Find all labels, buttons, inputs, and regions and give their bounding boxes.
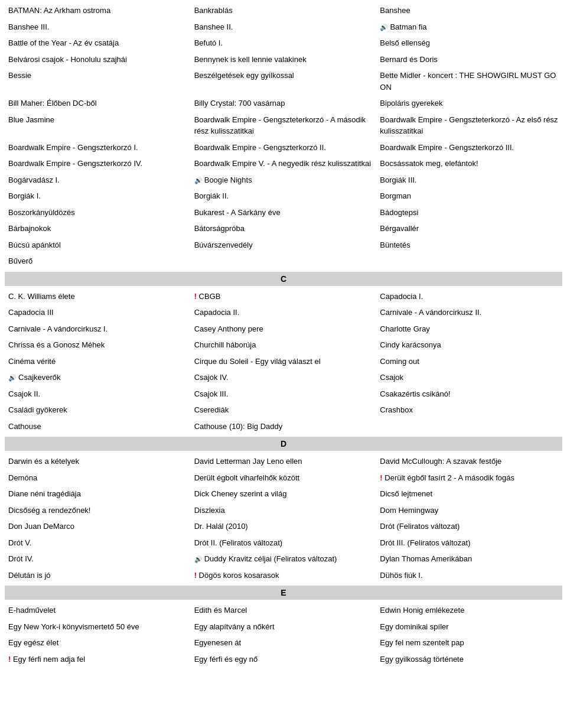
list-item: Belvárosi csajok - Honolulu szajhái bbox=[5, 51, 191, 68]
table-row: Bogárvadász I.🔊 Boogie NightsBorgiák III… bbox=[5, 172, 562, 188]
warning-icon: ! bbox=[194, 571, 199, 580]
list-item: Délután is jó bbox=[5, 567, 191, 584]
list-item: Boardwalk Empire - Gengszterkorzó IV. bbox=[5, 155, 191, 172]
list-item: Boardwalk Empire - Gengszterkorzó II. bbox=[191, 139, 377, 156]
list-item: ! Egy férfi nem adja fel bbox=[5, 651, 191, 668]
list-item: Bukarest - A Sárkány éve bbox=[191, 204, 377, 221]
table-row: Battle of the Year - Az év csatájaBefutó… bbox=[5, 35, 562, 51]
list-item: Borgiák II. bbox=[191, 188, 377, 204]
list-item: Diane néni tragédiája bbox=[5, 486, 191, 502]
table-row: Boardwalk Empire - Gengszterkorzó I.Boar… bbox=[5, 139, 562, 156]
list-item: Dicső lejtmenet bbox=[376, 486, 562, 502]
list-item: Crashbox bbox=[376, 402, 562, 418]
list-item: Egy dominikai spíler bbox=[376, 619, 562, 635]
list-item: Bill Maher: Élőben DC-ből bbox=[5, 95, 191, 112]
table-row: Családi gyökerekCserediákCrashbox bbox=[5, 402, 562, 418]
list-item: Belső ellenség bbox=[376, 35, 562, 51]
table-row: BessieBeszélgetések egy gyilkossalBette … bbox=[5, 67, 562, 95]
list-item: Derült égbolt viharfelhők között bbox=[191, 470, 377, 486]
list-item: Dr. Halál (2010) bbox=[191, 518, 377, 535]
section-header: E bbox=[5, 586, 562, 600]
table-row: Don Juan DeMarcoDr. Halál (2010)Drót (Fe… bbox=[5, 518, 562, 535]
list-item: Bérgavallér bbox=[376, 220, 562, 237]
table-row: Egy egész életEgyenesen átEgy fel nem sz… bbox=[5, 635, 562, 651]
list-item: Edwin Honig emlékezete bbox=[376, 602, 562, 619]
table-row: Cinéma véritéCirque du Soleil - Egy vilá… bbox=[5, 353, 562, 370]
list-item: Drót V. bbox=[5, 535, 191, 551]
section-header-row: D bbox=[5, 434, 562, 453]
list-item: Egy New York-i könyvismertető 50 éve bbox=[5, 619, 191, 635]
list-item: Csajok II. bbox=[5, 386, 191, 402]
table-row: Délután is jó! Dögös koros kosarasokDühö… bbox=[5, 567, 562, 584]
list-item: 🔊 Boogie Nights bbox=[191, 172, 377, 188]
list-item: David Letterman Jay Leno ellen bbox=[191, 453, 377, 470]
list-item: Capadocia III bbox=[5, 304, 191, 321]
list-item: Egy férfi és egy nő bbox=[191, 651, 377, 668]
list-item: Boardwalk Empire - Gengszteterkorzó - Az… bbox=[376, 112, 562, 139]
speaker-icon: 🔊 bbox=[194, 555, 204, 563]
table-row: E-hadműveletEdith és MarcelEdwin Honig e… bbox=[5, 602, 562, 619]
list-item: Carnivale - A vándorcirkusz II. bbox=[376, 304, 562, 321]
list-item: Dicsőség a rendezőnek! bbox=[5, 502, 191, 519]
table-row: BárbajnokokBátorságpróbaBérgavallér bbox=[5, 220, 562, 237]
list-item: Chrissa és a Gonosz Méhek bbox=[5, 337, 191, 353]
table-row: Darwin és a kételyekDavid Letterman Jay … bbox=[5, 453, 562, 470]
list-item: Battle of the Year - Az év csatája bbox=[5, 35, 191, 51]
list-item: Boardwalk Empire - Gengszterkorzó I. bbox=[5, 139, 191, 156]
list-item: Befutó I. bbox=[191, 35, 377, 51]
list-item: Blue Jasmine bbox=[5, 112, 191, 139]
table-row: Boardwalk Empire - Gengszterkorzó IV.Boa… bbox=[5, 155, 562, 172]
speaker-icon: 🔊 bbox=[8, 374, 18, 381]
list-item: Coming out bbox=[376, 353, 562, 370]
list-item: Drót III. (Feliratos változat) bbox=[376, 535, 562, 551]
table-row: Blue JasmineBoardwalk Empire - Gengsztet… bbox=[5, 112, 562, 139]
list-item: Capadocia II. bbox=[191, 304, 377, 321]
list-item: Bocsássatok meg, elefántok! bbox=[376, 155, 562, 172]
table-row: Dicsőség a rendezőnek!DiszlexiaDom Hemin… bbox=[5, 502, 562, 519]
table-row: Egy New York-i könyvismertető 50 éveEgy … bbox=[5, 619, 562, 635]
list-item: Darwin és a kételyek bbox=[5, 453, 191, 470]
list-item: Egy fel nem szentelt pap bbox=[376, 635, 562, 651]
list-item: 🔊 Duddy Kravitz céljai (Feliratos változ… bbox=[191, 551, 377, 567]
table-row: Búcsú apánktólBúvárszenvedélyBüntetés bbox=[5, 237, 562, 254]
section-header-row: C bbox=[5, 269, 562, 288]
table-row: C. K. Williams élete! CBGBCapadocia I. bbox=[5, 288, 562, 305]
list-item: Dom Hemingway bbox=[376, 502, 562, 519]
list-item: Banshee III. bbox=[5, 19, 191, 35]
list-item: Boszorkányüldözés bbox=[5, 204, 191, 221]
list-item: Boardwalk Empire - Gengszteterkorzó - A … bbox=[191, 112, 377, 139]
list-item: Csajok III. bbox=[191, 386, 377, 402]
list-item: Bessie bbox=[5, 67, 191, 95]
list-item: Csakazértis csikánó! bbox=[376, 386, 562, 402]
table-row: Carnivale - A vándorcirkusz I.Casey Anth… bbox=[5, 321, 562, 337]
list-item: Büntetés bbox=[376, 237, 562, 254]
list-item: Családi gyökerek bbox=[5, 402, 191, 418]
speaker-icon: 🔊 bbox=[194, 177, 204, 184]
list-item: Búvárszenvedély bbox=[191, 237, 377, 254]
list-item: Cathouse bbox=[5, 418, 191, 435]
table-row: Bűverő bbox=[5, 253, 562, 269]
main-content: BATMAN: Az Arkham ostromaBankrablásBansh… bbox=[0, 0, 567, 670]
list-item: Capadocia I. bbox=[376, 288, 562, 305]
section-header: C bbox=[5, 272, 562, 286]
table-row: CathouseCathouse (10): Big Daddy bbox=[5, 418, 562, 435]
list-item: Billy Crystal: 700 vasárnap bbox=[191, 95, 377, 112]
table-row: DemónaDerült égbolt viharfelhők között! … bbox=[5, 470, 562, 486]
list-item bbox=[191, 253, 377, 269]
list-item: 🔊 Batman fia bbox=[376, 19, 562, 35]
section-header-row: E bbox=[5, 583, 562, 602]
list-item: Diszlexia bbox=[191, 502, 377, 519]
list-item: Búcsú apánktól bbox=[5, 237, 191, 254]
list-item: Carnivale - A vándorcirkusz I. bbox=[5, 321, 191, 337]
list-item: Drót II. (Feliratos változat) bbox=[191, 535, 377, 551]
speaker-icon: 🔊 bbox=[380, 24, 390, 31]
table-row: Csajok II.Csajok III.Csakazértis csikánó… bbox=[5, 386, 562, 402]
list-item: Cathouse (10): Big Daddy bbox=[191, 418, 377, 435]
list-item: Bűverő bbox=[5, 253, 191, 269]
list-item: Banshee bbox=[376, 2, 562, 19]
table-row: 🔊 CsajkeverőkCsajok IV.Csajok bbox=[5, 369, 562, 386]
list-item: Cirque du Soleil - Egy világ választ el bbox=[191, 353, 377, 370]
list-item: Bipoláris gyerekek bbox=[376, 95, 562, 112]
list-item: Bernard és Doris bbox=[376, 51, 562, 68]
list-item bbox=[376, 418, 562, 435]
